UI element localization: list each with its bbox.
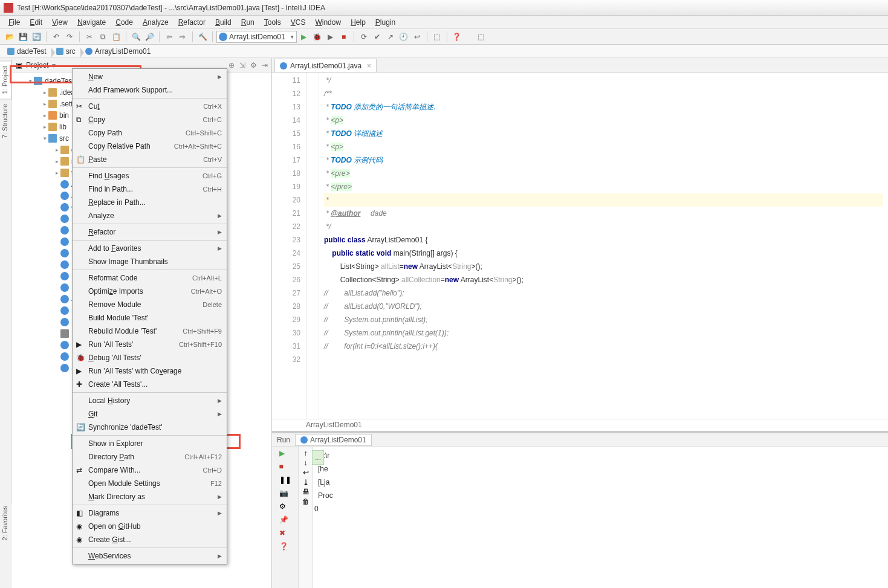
- hide-icon[interactable]: ⇥: [262, 61, 268, 69]
- forward-icon[interactable]: ⇨: [177, 31, 189, 43]
- history-icon[interactable]: 🕘: [398, 31, 410, 43]
- menu-item-copy-relative-path[interactable]: Copy Relative PathCtrl+Alt+Shift+C: [73, 140, 227, 153]
- debug-icon[interactable]: 🐞: [311, 31, 323, 43]
- locate-icon[interactable]: ⊕: [228, 61, 235, 69]
- print-icon[interactable]: 🖶: [302, 488, 310, 496]
- revert-icon[interactable]: ↩: [411, 31, 423, 43]
- redo-icon[interactable]: ↷: [63, 31, 76, 43]
- back-icon[interactable]: ⇦: [163, 31, 175, 43]
- menu-item-open-module-settings[interactable]: Open Module SettingsF12: [73, 477, 227, 490]
- menu-item-open-on-github[interactable]: ◉Open on GitHub: [73, 520, 227, 533]
- commit-icon[interactable]: ✔: [371, 31, 383, 43]
- collapse-icon[interactable]: ⇲: [239, 61, 245, 69]
- pause-icon[interactable]: ❚❚: [279, 476, 291, 488]
- menu-item-add-framework-support[interactable]: Add Framework Support...: [73, 83, 227, 97]
- menu-navigate[interactable]: Navigate: [73, 17, 111, 28]
- breadcrumb-arraylistdemo01[interactable]: ArrayListDemo01: [82, 47, 157, 56]
- save-icon[interactable]: 💾: [17, 31, 29, 43]
- crumb-class-label[interactable]: ArrayListDemo01: [306, 421, 362, 429]
- menu-item-refactor[interactable]: Refactor▶: [73, 225, 227, 239]
- menu-analyze[interactable]: Analyze: [138, 17, 173, 28]
- menu-item-synchronize-dadetest[interactable]: 🔄Synchronize 'dadeTest': [73, 421, 227, 434]
- menu-item-replace-in-path[interactable]: Replace in Path...: [73, 196, 227, 209]
- menu-help[interactable]: Help: [346, 17, 371, 28]
- menu-build[interactable]: Build: [210, 17, 236, 28]
- menu-item-git[interactable]: Git▶: [73, 407, 227, 421]
- rerun-icon[interactable]: ▶: [279, 449, 291, 461]
- menu-view[interactable]: View: [47, 17, 73, 28]
- menu-item-copy[interactable]: ⧉CopyCtrl+C: [73, 113, 227, 126]
- menu-item-show-in-explorer[interactable]: Show in Explorer: [73, 437, 227, 450]
- coverage-icon[interactable]: ▶: [325, 31, 337, 43]
- close-run-icon[interactable]: ✖: [279, 529, 291, 541]
- menu-item-create-gist[interactable]: ◉Create Gist...: [73, 533, 227, 546]
- help-run-icon[interactable]: ❓: [279, 542, 291, 554]
- stop-icon[interactable]: ■: [338, 31, 350, 43]
- menu-item-new[interactable]: New▶: [73, 70, 227, 83]
- build-icon[interactable]: 🔨: [196, 31, 209, 43]
- menu-item-directory-path[interactable]: Directory PathCtrl+Alt+F12: [73, 450, 227, 464]
- copy-icon[interactable]: ⧉: [97, 31, 109, 43]
- paste-icon[interactable]: 📋: [110, 31, 122, 43]
- menu-item-find-in-path[interactable]: Find in Path...Ctrl+H: [73, 183, 227, 196]
- stop-run-icon[interactable]: ■: [279, 462, 291, 474]
- menu-item-compare-with[interactable]: ⇄Compare With...Ctrl+D: [73, 464, 227, 477]
- menu-plugin[interactable]: Plugin: [371, 17, 400, 28]
- scroll-icon[interactable]: ⤓: [303, 478, 309, 486]
- pin-icon[interactable]: 📌: [279, 515, 291, 528]
- menu-refactor[interactable]: Refactor: [173, 17, 210, 28]
- menu-item-add-to-favorites[interactable]: Add to Favorites▶: [73, 242, 227, 255]
- breadcrumb-dadetest[interactable]: dadeTest: [4, 47, 53, 56]
- menu-window[interactable]: Window: [310, 17, 346, 28]
- menu-run[interactable]: Run: [236, 17, 259, 28]
- menu-item-remove-module[interactable]: Remove ModuleDelete: [73, 298, 227, 311]
- menu-file[interactable]: File: [4, 17, 25, 28]
- menu-item-mark-directory-as[interactable]: Mark Directory as▶: [73, 490, 227, 503]
- menu-item-build-module-test[interactable]: Build Module 'Test': [73, 311, 227, 325]
- menu-item-webservices[interactable]: WebServices▶: [73, 549, 227, 563]
- cut-icon[interactable]: ✂: [83, 31, 96, 43]
- menu-item-diagrams[interactable]: ◧Diagrams▶: [73, 506, 227, 520]
- dump-icon[interactable]: 📷: [279, 489, 291, 501]
- structure-icon[interactable]: ⬚: [431, 31, 443, 43]
- menu-tools[interactable]: Tools: [259, 17, 286, 28]
- menu-vcs[interactable]: VCS: [286, 17, 311, 28]
- clear-icon[interactable]: 🗑: [302, 497, 310, 506]
- fold-column[interactable]: [307, 73, 319, 419]
- up-icon[interactable]: ↑: [304, 449, 308, 457]
- push-icon[interactable]: ↗: [384, 31, 397, 43]
- settings-icon[interactable]: ⚙: [250, 61, 257, 69]
- tool-window-favorites[interactable]: 2: Favorites: [0, 503, 10, 543]
- refresh-icon[interactable]: 🔄: [30, 31, 42, 43]
- menu-item-analyze[interactable]: Analyze▶: [73, 209, 227, 222]
- menu-item-create-all-tests[interactable]: ✚Create 'All Tests'...: [73, 378, 227, 391]
- menu-item-debug-all-tests[interactable]: 🐞Debug 'All Tests': [73, 351, 227, 364]
- settings-run-icon[interactable]: ⚙: [279, 502, 291, 514]
- menu-edit[interactable]: Edit: [25, 17, 47, 28]
- update-icon[interactable]: ⟳: [358, 31, 370, 43]
- code-editor[interactable]: 1112131415161718192021222324252627282930…: [272, 73, 888, 419]
- tool-window-structure[interactable]: 7: Structure: [0, 99, 11, 143]
- find-icon[interactable]: 🔍: [130, 31, 142, 43]
- menu-item-paste[interactable]: 📋PasteCtrl+V: [73, 153, 227, 166]
- menu-item-rebuild-module-test[interactable]: Rebuild Module 'Test'Ctrl+Shift+F9: [73, 325, 227, 338]
- menu-item-cut[interactable]: ✂CutCtrl+X: [73, 100, 227, 113]
- fold-badge[interactable]: ...: [312, 450, 324, 465]
- code-content[interactable]: */ /** * TODO 添加类的一句话简单描述. * <p> * TODO …: [319, 73, 888, 419]
- run-config-selector[interactable]: ArrayListDemo01: [216, 31, 297, 43]
- run-icon[interactable]: ▶: [298, 31, 310, 43]
- wrap-icon[interactable]: ↩: [303, 468, 309, 477]
- editor-tab-active[interactable]: ArrayListDemo01.java ×: [274, 59, 377, 72]
- down-icon[interactable]: ↓: [304, 459, 308, 467]
- menu-item-optimize-imports[interactable]: Optimize ImportsCtrl+Alt+O: [73, 285, 227, 298]
- replace-icon[interactable]: 🔎: [143, 31, 155, 43]
- undo-icon[interactable]: ↶: [50, 31, 62, 43]
- menu-item-find-usages[interactable]: Find UsagesCtrl+G: [73, 169, 227, 183]
- close-tab-icon[interactable]: ×: [367, 62, 371, 70]
- open-icon[interactable]: 📂: [4, 31, 16, 43]
- menu-item-show-image-thumbnails[interactable]: Show Image Thumbnails: [73, 255, 227, 268]
- menu-item-copy-path[interactable]: Copy PathCtrl+Shift+C: [73, 126, 227, 140]
- menu-item-local-history[interactable]: Local History▶: [73, 394, 227, 407]
- breadcrumb-src[interactable]: src: [53, 47, 82, 56]
- misc-icon[interactable]: ⬚: [475, 31, 487, 43]
